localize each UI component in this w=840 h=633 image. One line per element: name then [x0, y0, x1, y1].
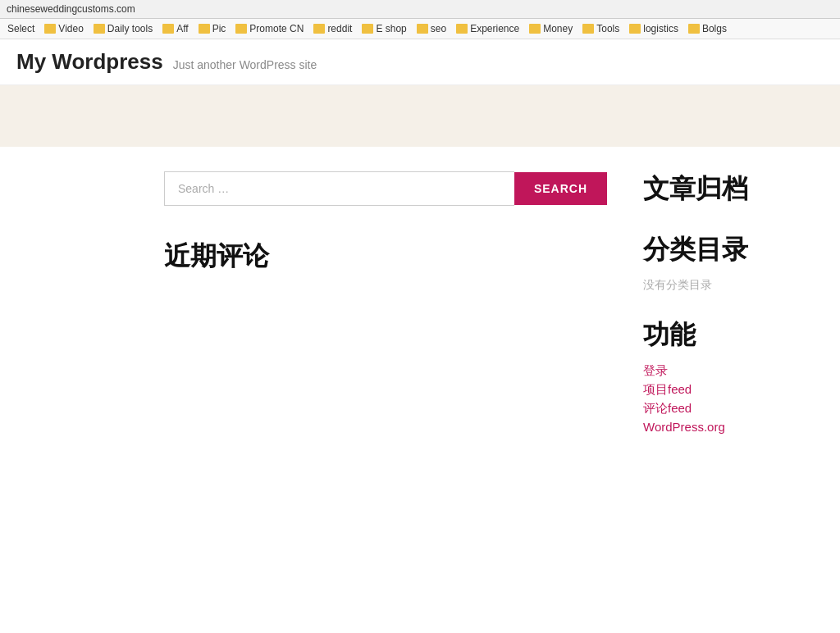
sidebar-link-WordPress.org[interactable]: WordPress.org [643, 420, 815, 434]
bookmark-item-video[interactable]: Video [40, 21, 87, 36]
sidebar: 文章归档 分类目录 没有分类目录 功能 登录项目feed评论feedWordPr… [635, 171, 840, 458]
browser-address-bar: chineseweddingcustoms.com [0, 0, 840, 19]
bookmark-item-money[interactable]: Money [525, 21, 577, 36]
main-layout: SEARCH 近期评论 文章归档 分类目录 没有分类目录 功能 登录项目feed… [0, 147, 840, 483]
site-header: My Wordpress Just another WordPress site [0, 39, 840, 85]
sidebar-link-项目feed[interactable]: 项目feed [643, 382, 815, 398]
bookmark-item-logistics[interactable]: logistics [625, 21, 682, 36]
bookmark-label: Promote CN [249, 23, 304, 34]
bookmark-label: Tools [596, 23, 619, 34]
search-input[interactable] [164, 171, 514, 206]
sidebar-archive-title: 文章归档 [643, 171, 815, 207]
site-title: My Wordpress [16, 49, 163, 75]
bookmark-label: Experience [470, 23, 519, 34]
bookmark-item-daily-tools[interactable]: Daily tools [89, 21, 157, 36]
bookmark-label: Aff [176, 23, 188, 34]
bookmark-folder-icon [362, 24, 373, 34]
bookmark-label: E shop [376, 23, 406, 34]
bookmark-item-experience[interactable]: Experience [452, 21, 523, 36]
bookmark-item-promote-cn[interactable]: Promote CN [231, 21, 308, 36]
bookmark-folder-icon [44, 24, 56, 34]
bookmark-folder-icon [94, 24, 105, 34]
sidebar-archive-section: 文章归档 [643, 171, 815, 207]
bookmark-item-e-shop[interactable]: E shop [358, 21, 410, 36]
bookmark-item-pic[interactable]: Pic [194, 21, 231, 36]
bookmark-item-tools[interactable]: Tools [578, 21, 623, 36]
bookmark-item-reddit[interactable]: reddit [309, 21, 356, 36]
bookmark-label: logistics [643, 23, 678, 34]
bookmark-label: Pic [212, 23, 226, 34]
bookmarks-bar: SelectVideoDaily toolsAffPicPromote CNre… [0, 19, 840, 39]
bookmark-folder-icon [313, 24, 325, 34]
bookmark-label: Money [543, 23, 573, 34]
sidebar-functions-section: 功能 登录项目feed评论feedWordPress.org [643, 317, 815, 434]
recent-comments-title: 近期评论 [164, 239, 610, 275]
bookmark-label: seo [431, 23, 446, 34]
bookmark-folder-icon [688, 24, 700, 34]
sidebar-link-登录[interactable]: 登录 [643, 363, 815, 379]
bookmark-label: reddit [327, 23, 352, 34]
hero-banner [0, 85, 840, 147]
bookmark-folder-icon [582, 24, 594, 34]
bookmark-folder-icon [199, 24, 210, 34]
site-tagline: Just another WordPress site [173, 58, 317, 71]
bookmark-label: Select [7, 23, 34, 34]
sidebar-category-empty: 没有分类目录 [643, 278, 815, 293]
sidebar-link-评论feed[interactable]: 评论feed [643, 401, 815, 417]
search-form: SEARCH [164, 171, 607, 206]
bookmark-item-seo[interactable]: seo [413, 21, 450, 36]
bookmark-folder-icon [417, 24, 428, 34]
sidebar-functions-title: 功能 [643, 317, 815, 353]
search-section: SEARCH [164, 171, 610, 206]
bookmark-label: Daily tools [107, 23, 153, 34]
bookmark-label: Video [58, 23, 83, 34]
sidebar-category-title: 分类目录 [643, 232, 815, 268]
bookmark-folder-icon [235, 24, 247, 34]
bookmark-folder-icon [629, 24, 641, 34]
bookmark-label: Bolgs [702, 23, 727, 34]
sidebar-category-section: 分类目录 没有分类目录 [643, 232, 815, 293]
search-button[interactable]: SEARCH [514, 172, 607, 205]
bookmark-item-aff[interactable]: Aff [158, 21, 192, 36]
bookmark-item-bolgs[interactable]: Bolgs [684, 21, 731, 36]
url-display: chineseweddingcustoms.com [7, 3, 135, 15]
content-area: SEARCH 近期评论 [0, 171, 635, 458]
bookmark-item-select[interactable]: Select [3, 21, 39, 36]
sidebar-links: 登录项目feed评论feedWordPress.org [643, 363, 815, 434]
bookmark-folder-icon [162, 24, 174, 34]
bookmark-folder-icon [456, 24, 468, 34]
bookmark-folder-icon [529, 24, 541, 34]
